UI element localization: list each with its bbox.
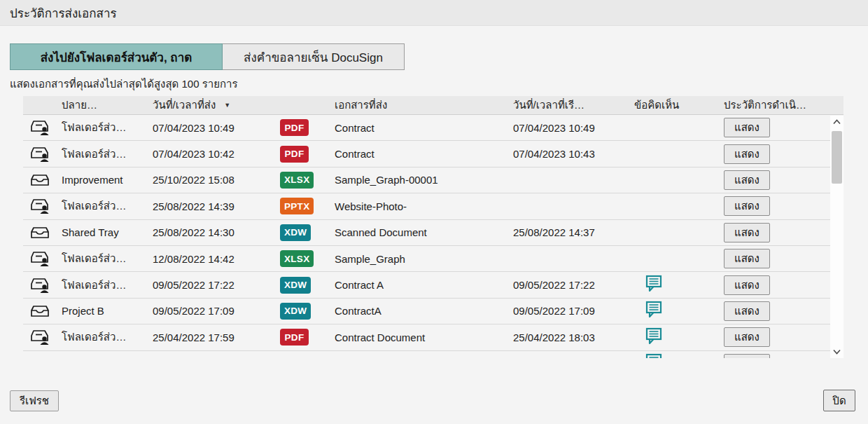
show-history-button[interactable]: แสดง bbox=[724, 144, 770, 164]
scroll-down-icon[interactable] bbox=[830, 346, 844, 358]
personal-folder-icon bbox=[29, 328, 50, 346]
comment-cell bbox=[629, 170, 718, 190]
refresh-button[interactable]: รีเฟรช bbox=[10, 390, 59, 411]
comment-icon[interactable] bbox=[645, 336, 662, 348]
file-type-badge: XDW bbox=[280, 303, 311, 320]
date-viewed-cell: 09/05/2022 17:09 bbox=[507, 305, 629, 317]
document-name-cell: Contract bbox=[329, 148, 507, 160]
table-row[interactable]: โฟลเดอร์ส่ว… 07/04/2023 10:49 PDF Contra… bbox=[23, 115, 830, 141]
comment-icon[interactable] bbox=[645, 309, 662, 321]
file-type-badge: PDF bbox=[280, 119, 309, 136]
destination-cell: Improvement bbox=[56, 174, 147, 186]
history-table: ปลาย… วันที่/เวลาที่ส่ง ▼ เอกสารที่ส่ง ว… bbox=[23, 96, 844, 358]
date-viewed-cell: 25/04/2022 18:03 bbox=[507, 331, 629, 343]
action-history-cell: แสดง bbox=[718, 196, 830, 216]
show-history-button[interactable]: แสดง bbox=[724, 170, 770, 190]
document-name-cell: Scanned Document bbox=[329, 226, 507, 238]
scrollbar-thumb[interactable] bbox=[832, 131, 842, 184]
file-type-cell: XDW bbox=[274, 224, 329, 241]
table-row[interactable]: โฟลเดอร์ส่ว… 07/04/2023 10:42 PDF Contra… bbox=[23, 141, 830, 167]
date-sent-cell: 09/05/2022 17:22 bbox=[147, 279, 274, 291]
table-row[interactable]: แสดง bbox=[23, 351, 830, 358]
comment-cell bbox=[629, 222, 718, 242]
table-row[interactable]: Project B 09/05/2022 17:09 XDW ContractA… bbox=[23, 299, 830, 324]
comment-cell bbox=[629, 144, 718, 164]
file-type-badge: PDF bbox=[280, 329, 309, 346]
table-caption: แสดงเอกสารที่คุณส่งไปล่าสุดได้สูงสุด 100… bbox=[10, 76, 238, 93]
date-sent-cell: 25/10/2022 15:08 bbox=[147, 174, 274, 186]
table-row[interactable]: โฟลเดอร์ส่ว… 25/04/2022 17:59 PDF Contra… bbox=[23, 324, 830, 350]
personal-folder-icon bbox=[29, 118, 50, 137]
file-type-badge: XLSX bbox=[280, 172, 314, 189]
show-history-button[interactable]: แสดง bbox=[724, 301, 770, 321]
destination-icon-cell bbox=[23, 249, 56, 268]
show-history-button[interactable]: แสดง bbox=[724, 275, 770, 295]
file-type-cell: PDF bbox=[274, 146, 329, 163]
tab-send-personal-folder-tray[interactable]: ส่งไปยังโฟลเดอร์ส่วนตัว, ถาด bbox=[10, 43, 223, 70]
action-history-cell: แสดง bbox=[718, 118, 830, 137]
show-history-button[interactable]: แสดง bbox=[724, 249, 770, 268]
date-sent-cell: 12/08/2022 14:42 bbox=[147, 253, 274, 265]
show-history-button[interactable]: แสดง bbox=[724, 118, 770, 137]
header-document[interactable]: เอกสารที่ส่ง bbox=[329, 97, 507, 114]
show-history-button[interactable]: แสดง bbox=[724, 223, 770, 242]
table-row[interactable]: โฟลเดอร์ส่ว… 12/08/2022 14:42 XLSX Sampl… bbox=[23, 246, 830, 272]
file-type-cell: PPTX bbox=[274, 198, 329, 214]
tab-bar: ส่งไปยังโฟลเดอร์ส่วนตัว, ถาด ส่งคำขอลายเ… bbox=[10, 43, 405, 70]
date-sent-cell: 25/08/2022 14:30 bbox=[147, 226, 274, 238]
comment-cell bbox=[629, 249, 718, 269]
scroll-up-icon[interactable] bbox=[830, 116, 844, 128]
date-viewed-cell: 25/08/2022 14:37 bbox=[507, 226, 629, 238]
file-type-cell: XDW bbox=[274, 303, 329, 320]
destination-cell: โฟลเดอร์ส่ว… bbox=[56, 250, 147, 267]
file-type-badge: XDW bbox=[280, 224, 311, 241]
header-date-viewed[interactable]: วันที่/เวลาที่เรี… bbox=[507, 97, 629, 114]
table-row[interactable]: Shared Tray 25/08/2022 14:30 XDW Scanned… bbox=[23, 220, 830, 246]
comment-cell bbox=[629, 118, 718, 138]
destination-cell: โฟลเดอร์ส่ว… bbox=[56, 329, 147, 346]
shared-tray-icon bbox=[29, 171, 50, 189]
destination-icon-cell bbox=[23, 171, 56, 189]
document-name-cell: Website-Photo- bbox=[329, 200, 507, 212]
date-sent-cell: 07/04/2023 10:42 bbox=[147, 148, 274, 160]
date-sent-cell: 09/05/2022 17:09 bbox=[147, 305, 274, 317]
header-date-sent[interactable]: วันที่/เวลาที่ส่ง ▼ bbox=[147, 97, 274, 114]
action-history-cell: แสดง bbox=[718, 144, 830, 164]
document-name-cell: Sample_Graph-00001 bbox=[329, 174, 507, 186]
destination-icon-cell bbox=[23, 302, 56, 320]
destination-icon-cell bbox=[23, 118, 56, 137]
vertical-scrollbar[interactable] bbox=[830, 116, 844, 358]
show-history-button[interactable]: แสดง bbox=[724, 196, 770, 216]
file-type-cell: XLSX bbox=[274, 172, 329, 189]
table-row[interactable]: Improvement 25/10/2022 15:08 XLSX Sample… bbox=[23, 167, 830, 193]
header-date-sent-label: วันที่/เวลาที่ส่ง bbox=[153, 97, 216, 114]
destination-icon-cell bbox=[23, 276, 56, 294]
header-destination[interactable]: ปลาย… bbox=[56, 97, 147, 114]
destination-cell: Project B bbox=[56, 305, 147, 317]
tab-send-docusign-request[interactable]: ส่งคำขอลายเซ็น DocuSign bbox=[223, 43, 405, 70]
personal-folder-icon bbox=[29, 249, 50, 268]
table-header-row: ปลาย… วันที่/เวลาที่ส่ง ▼ เอกสารที่ส่ง ว… bbox=[23, 96, 844, 115]
comment-cell bbox=[629, 327, 718, 348]
destination-cell: Shared Tray bbox=[56, 226, 147, 238]
dialog-titlebar: ประวัติการส่งเอกสาร bbox=[0, 0, 868, 26]
destination-cell: โฟลเดอร์ส่ว… bbox=[56, 119, 147, 136]
destination-cell: โฟลเดอร์ส่ว… bbox=[56, 146, 147, 163]
table-row[interactable]: โฟลเดอร์ส่ว… 09/05/2022 17:22 XDW Contra… bbox=[23, 272, 830, 298]
document-name-cell: Contract Document bbox=[329, 331, 507, 343]
comment-icon[interactable] bbox=[645, 283, 662, 295]
document-name-cell: ContractA bbox=[329, 305, 507, 317]
close-button[interactable]: ปิด bbox=[823, 390, 855, 411]
file-type-cell: PDF bbox=[274, 119, 329, 136]
show-history-button[interactable]: แสดง bbox=[724, 327, 770, 347]
destination-icon-cell bbox=[23, 145, 56, 163]
document-name-cell: Contract A bbox=[329, 279, 507, 291]
comment-cell bbox=[629, 196, 718, 217]
destination-icon-cell bbox=[23, 328, 56, 346]
table-row[interactable]: โฟลเดอร์ส่ว… 25/08/2022 14:39 PPTX Websi… bbox=[23, 193, 830, 219]
header-comment[interactable]: ข้อคิดเห็น bbox=[629, 97, 718, 114]
dialog-title: ประวัติการส่งเอกสาร bbox=[10, 4, 117, 22]
show-history-button[interactable]: แสดง bbox=[724, 354, 770, 358]
header-action-history[interactable]: ประวัติการดำเนิ… bbox=[718, 97, 844, 114]
personal-folder-icon bbox=[29, 145, 50, 163]
